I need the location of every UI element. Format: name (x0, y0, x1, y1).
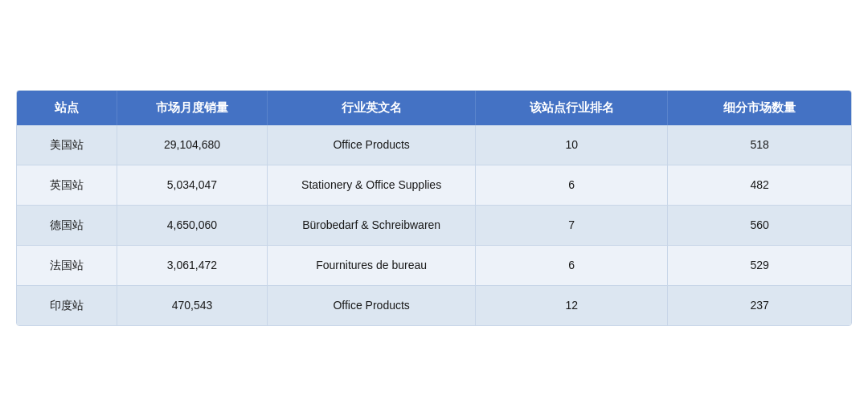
table-row: 美国站29,104,680Office Products10518 (17, 125, 851, 165)
cell-industry-en: Office Products (267, 286, 476, 326)
cell-industry-rank: 10 (476, 125, 668, 165)
cell-sub-market-count: 518 (668, 125, 851, 165)
col-header-industry-en: 行业英文名 (267, 91, 476, 125)
table-body: 美国站29,104,680Office Products10518英国站5,03… (17, 125, 851, 325)
cell-site: 英国站 (17, 165, 117, 206)
cell-site: 法国站 (17, 246, 117, 286)
table-row: 英国站5,034,047Stationery & Office Supplies… (17, 165, 851, 206)
cell-sub-market-count: 560 (668, 206, 851, 246)
cell-site: 美国站 (17, 125, 117, 165)
table-row: 印度站470,543Office Products12237 (17, 286, 851, 326)
cell-industry-rank: 6 (476, 165, 668, 206)
col-header-monthly-sales: 市场月度销量 (117, 91, 268, 125)
cell-industry-rank: 12 (476, 286, 668, 326)
table-row: 法国站3,061,472Fournitures de bureau6529 (17, 246, 851, 286)
col-header-site: 站点 (17, 91, 117, 125)
cell-site: 印度站 (17, 286, 117, 326)
cell-monthly-sales: 4,650,060 (117, 206, 268, 246)
col-header-industry-rank: 该站点行业排名 (476, 91, 668, 125)
cell-industry-en: Stationery & Office Supplies (267, 165, 476, 206)
cell-sub-market-count: 237 (668, 286, 851, 326)
data-table: 站点 市场月度销量 行业英文名 该站点行业排名 细分市场数量 美国站29,104… (17, 91, 851, 325)
table-header-row: 站点 市场月度销量 行业英文名 该站点行业排名 细分市场数量 (17, 91, 851, 125)
cell-monthly-sales: 470,543 (117, 286, 268, 326)
cell-monthly-sales: 5,034,047 (117, 165, 268, 206)
cell-sub-market-count: 482 (668, 165, 851, 206)
table-row: 德国站4,650,060Bürobedarf & Schreibwaren756… (17, 206, 851, 246)
cell-industry-en: Office Products (267, 125, 476, 165)
cell-sub-market-count: 529 (668, 246, 851, 286)
cell-industry-en: Bürobedarf & Schreibwaren (267, 206, 476, 246)
cell-monthly-sales: 29,104,680 (117, 125, 268, 165)
cell-monthly-sales: 3,061,472 (117, 246, 268, 286)
cell-industry-en: Fournitures de bureau (267, 246, 476, 286)
cell-site: 德国站 (17, 206, 117, 246)
main-table-wrapper: 站点 市场月度销量 行业英文名 该站点行业排名 细分市场数量 美国站29,104… (16, 90, 852, 326)
col-header-sub-market-count: 细分市场数量 (668, 91, 851, 125)
cell-industry-rank: 6 (476, 246, 668, 286)
cell-industry-rank: 7 (476, 206, 668, 246)
